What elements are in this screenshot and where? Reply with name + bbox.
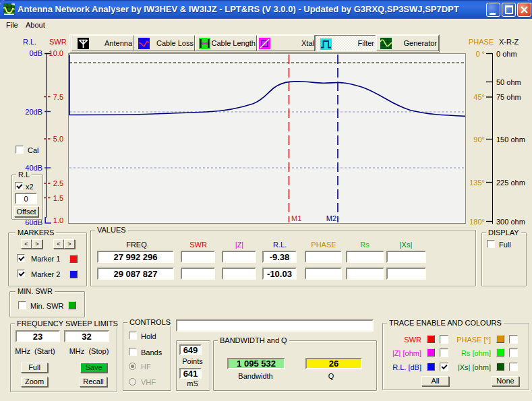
svg-text:M2: M2: [326, 214, 336, 222]
svg-text:M1: M1: [291, 214, 301, 222]
